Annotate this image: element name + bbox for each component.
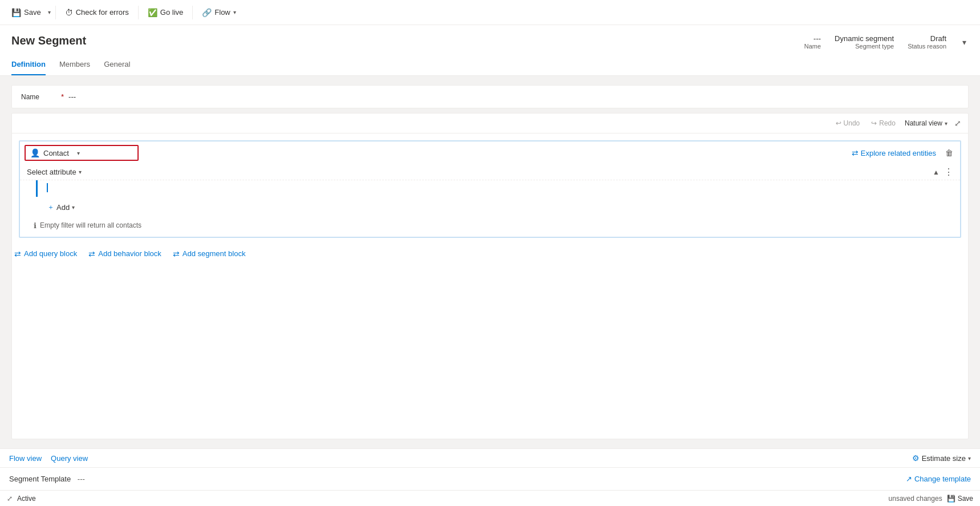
add-behavior-block-button[interactable]: ⇄ Add behavior block (88, 249, 161, 258)
status-expand-icon[interactable]: ⤢ (7, 495, 13, 503)
flow-caret: ▾ (233, 9, 236, 15)
info-icon: ℹ (34, 221, 37, 230)
text-cursor (47, 183, 48, 192)
name-required: * (61, 92, 64, 101)
status-save-icon: 💾 (947, 495, 955, 503)
header-meta: --- Name Dynamic segment Segment type Dr… (804, 34, 969, 50)
content-area: Name * --- ↩ Undo ↪ Redo Natural view ▾ (0, 76, 980, 448)
flow-button[interactable]: 🔗 Flow ▾ (197, 6, 240, 19)
toolbar-divider-2 (138, 6, 139, 19)
attribute-caret: ▾ (79, 169, 82, 175)
attribute-select[interactable]: Select attribute ▾ (27, 168, 82, 176)
template-row: Segment Template --- ↗ Change template (0, 468, 980, 490)
save-icon: 💾 (11, 8, 21, 17)
check-errors-icon: ⏱ (65, 8, 73, 17)
estimate-caret: ▾ (968, 455, 971, 462)
go-live-button[interactable]: ✅ Go live (143, 6, 188, 19)
name-label: Name (21, 93, 55, 101)
meta-status: Draft Status reason (908, 34, 946, 50)
status-right: unsaved changes 💾 Save (889, 495, 973, 503)
page-title: New Segment (11, 34, 86, 47)
name-form-row: Name * --- (21, 92, 959, 101)
entity-name: Contact (43, 149, 69, 157)
query-view-button[interactable]: Query view (51, 454, 88, 463)
flow-view-button[interactable]: Flow view (9, 454, 42, 463)
add-row: ＋ Add ▾ (20, 197, 960, 218)
toolbar-divider-1 (55, 6, 56, 19)
save-button[interactable]: 💾 Save (7, 6, 46, 19)
add-button[interactable]: ＋ Add ▾ (47, 203, 75, 212)
redo-button[interactable]: ↪ Redo (869, 118, 898, 128)
explore-related-button[interactable]: ⇄ Explore related entities (852, 148, 936, 157)
main-content: New Segment --- Name Dynamic segment Seg… (0, 25, 980, 490)
empty-filter-notice: ℹ Empty filter will return all contacts (20, 218, 960, 237)
add-query-block-button[interactable]: ⇄ Add query block (14, 249, 77, 258)
entity-selector[interactable]: 👤 Contact ▾ (25, 145, 139, 161)
status-left: ⤢ Active (7, 495, 36, 503)
more-options-button[interactable]: ⋮ (944, 167, 953, 177)
add-behavior-icon: ⇄ (88, 249, 95, 258)
add-segment-icon: ⇄ (173, 249, 180, 258)
name-value: --- (68, 92, 76, 101)
toolbar-divider-3 (192, 6, 193, 19)
attribute-row: Select attribute ▾ ▲ ⋮ (20, 164, 960, 180)
tab-members[interactable]: Members (59, 54, 90, 75)
go-live-icon: ✅ (148, 8, 157, 17)
estimate-icon: ⚙ (912, 454, 920, 463)
redo-icon: ↪ (871, 119, 877, 127)
explore-icon: ⇄ (852, 148, 858, 157)
view-toggles: Flow view Query view (9, 454, 88, 463)
conditions-area (36, 180, 953, 197)
meta-name: --- Name (804, 34, 821, 50)
add-query-icon: ⇄ (14, 249, 21, 258)
collapse-button[interactable]: ▲ (933, 168, 939, 176)
change-template-button[interactable]: ↗ Change template (906, 475, 971, 483)
tabs-bar: Definition Members General (0, 54, 980, 76)
page-header: New Segment --- Name Dynamic segment Seg… (0, 25, 980, 50)
undo-button[interactable]: ↩ Undo (833, 118, 862, 128)
delete-query-block-button[interactable]: 🗑 (943, 147, 955, 159)
view-selector[interactable]: Natural view ▾ (905, 119, 947, 127)
block-add-row: ⇄ Add query block ⇄ Add behavior block ⇄… (12, 245, 968, 263)
query-block: 👤 Contact ▾ ⇄ Explore related entities 🗑 (19, 140, 961, 238)
attribute-row-actions: ▲ ⋮ (933, 167, 953, 177)
flow-icon: 🔗 (202, 8, 212, 17)
undo-icon: ↩ (836, 119, 841, 127)
status-label: Active (17, 495, 36, 503)
tab-general[interactable]: General (104, 54, 130, 75)
unsaved-text: unsaved changes (889, 495, 942, 503)
builder-toolbar: ↩ Undo ↪ Redo Natural view ▾ ⤢ (12, 114, 968, 133)
header-expand-chevron[interactable]: ▾ (960, 35, 969, 49)
entity-icon: 👤 (30, 148, 40, 157)
template-info: Segment Template --- (9, 475, 85, 483)
status-bar: ⤢ Active unsaved changes 💾 Save (0, 490, 980, 506)
tab-definition[interactable]: Definition (11, 54, 46, 75)
segment-builder-card: ↩ Undo ↪ Redo Natural view ▾ ⤢ 👤 (11, 113, 969, 439)
add-icon: ＋ (47, 203, 54, 212)
save-dropdown-caret[interactable]: ▾ (48, 9, 51, 15)
view-selector-caret: ▾ (945, 120, 947, 127)
check-errors-button[interactable]: ⏱ Check for errors (60, 6, 133, 19)
bottom-panel: Flow view Query view ⚙ Estimate size ▾ S… (0, 448, 980, 490)
view-toggle-row: Flow view Query view ⚙ Estimate size ▾ (0, 449, 980, 468)
meta-segment-type: Dynamic segment Segment type (835, 34, 894, 50)
template-value: --- (78, 475, 85, 483)
template-label: Segment Template (9, 475, 71, 483)
toolbar: 💾 Save ▾ ⏱ Check for errors ✅ Go live 🔗 … (0, 0, 980, 25)
query-block-header: 👤 Contact ▾ ⇄ Explore related entities 🗑 (20, 141, 960, 164)
change-template-icon: ↗ (906, 475, 912, 483)
query-block-actions: ⇄ Explore related entities 🗑 (852, 147, 955, 159)
entity-caret: ▾ (77, 150, 80, 156)
add-caret: ▾ (72, 204, 75, 211)
estimate-size-button[interactable]: ⚙ Estimate size ▾ (912, 454, 971, 463)
status-bar-save-button[interactable]: 💾 Save (947, 495, 973, 503)
name-form-card: Name * --- (11, 85, 969, 108)
add-segment-block-button[interactable]: ⇄ Add segment block (173, 249, 246, 258)
expand-button[interactable]: ⤢ (954, 119, 961, 128)
